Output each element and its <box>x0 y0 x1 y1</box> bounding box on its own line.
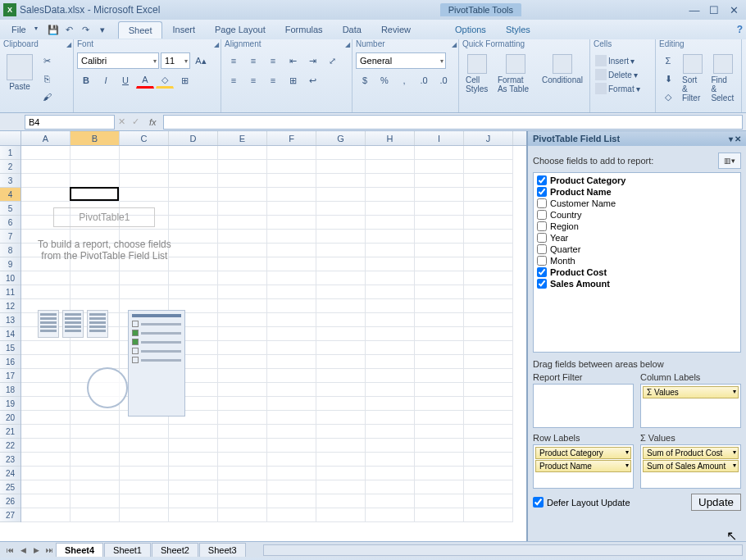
field-list-item[interactable]: Sales Amount <box>535 278 739 289</box>
sort-filter-button[interactable]: Sort & Filter <box>679 52 706 104</box>
font-size-combo[interactable]: 11 <box>161 52 190 69</box>
row-header[interactable]: 7 <box>0 230 20 244</box>
align-center-icon[interactable]: ≡ <box>244 72 262 89</box>
tab-nav-prev-icon[interactable]: ◀ <box>16 546 30 554</box>
tab-review[interactable]: Review <box>371 21 421 38</box>
row-header[interactable]: 9 <box>0 257 20 271</box>
field-list-item[interactable]: Year <box>535 232 739 244</box>
dialog-launcher-icon[interactable]: ◢ <box>452 41 457 48</box>
row-header[interactable]: 19 <box>0 397 20 411</box>
row-header[interactable]: 11 <box>0 285 20 299</box>
tab-data[interactable]: Data <box>333 21 371 38</box>
italic-button[interactable]: I <box>97 72 115 89</box>
cut-icon[interactable]: ✂ <box>38 52 56 69</box>
undo-icon[interactable]: ↶ <box>62 22 77 37</box>
tab-nav-next-icon[interactable]: ▶ <box>30 546 43 554</box>
field-checkbox[interactable] <box>537 198 547 208</box>
save-icon[interactable]: 💾 <box>46 22 61 37</box>
field-list-item[interactable]: Product Name <box>535 186 739 198</box>
insert-cells-button[interactable]: Insert ▾ <box>594 54 636 67</box>
row-labels-area[interactable]: Product CategoryProduct Name <box>533 444 634 489</box>
area-field-chip[interactable]: Sum of Sales Amount <box>643 460 739 472</box>
field-list-dropdown-icon[interactable]: ▾ <box>729 134 733 143</box>
column-header[interactable]: D <box>169 131 218 145</box>
autosum-icon[interactable]: Σ <box>659 52 677 69</box>
qat-dropdown-icon[interactable]: ▾ <box>95 22 110 37</box>
align-top-icon[interactable]: ≡ <box>225 52 243 69</box>
copy-icon[interactable]: ⎘ <box>38 71 56 87</box>
row-header[interactable]: 15 <box>0 341 20 355</box>
dialog-launcher-icon[interactable]: ◢ <box>345 41 350 48</box>
row-header[interactable]: 8 <box>0 244 20 257</box>
borders-icon[interactable]: ⊞ <box>175 72 193 89</box>
row-header[interactable]: 13 <box>0 313 20 327</box>
sheet-tab[interactable]: Sheet2 <box>152 543 198 557</box>
column-header[interactable]: C <box>120 131 169 145</box>
format-as-table-button[interactable]: Format As Table <box>494 52 537 95</box>
column-header[interactable]: A <box>21 131 71 145</box>
cell-styles-button[interactable]: Cell Styles <box>462 52 493 95</box>
column-header[interactable]: I <box>415 131 464 145</box>
column-header[interactable]: G <box>316 131 366 145</box>
column-header[interactable]: E <box>218 131 267 145</box>
column-labels-area[interactable]: Σ Values <box>640 384 741 428</box>
decrease-decimal-icon[interactable]: .0 <box>434 72 453 89</box>
tab-nav-last-icon[interactable]: ⏭ <box>43 546 56 554</box>
worksheet-grid[interactable]: ABCDEFGHIJ 12345678910111213141516171819… <box>0 131 526 541</box>
horizontal-scrollbar[interactable] <box>263 544 743 556</box>
wrap-text-icon[interactable]: ↩ <box>303 72 321 89</box>
tab-insert[interactable]: Insert <box>162 21 205 38</box>
row-header[interactable]: 22 <box>0 439 20 453</box>
row-header[interactable]: 20 <box>0 411 20 425</box>
align-middle-icon[interactable]: ≡ <box>244 52 262 69</box>
row-header[interactable]: 12 <box>0 299 20 313</box>
field-checkbox[interactable] <box>537 175 547 185</box>
field-checkbox[interactable] <box>537 256 547 266</box>
row-header[interactable]: 14 <box>0 327 20 341</box>
tab-options[interactable]: Options <box>445 21 496 38</box>
field-list-close-icon[interactable]: ✕ <box>735 134 741 143</box>
tab-formulas[interactable]: Formulas <box>275 21 333 38</box>
clear-icon[interactable]: ◇ <box>659 89 677 105</box>
row-header[interactable]: 27 <box>0 508 20 522</box>
font-name-combo[interactable]: Calibri <box>77 52 159 69</box>
conditional-formatting-button[interactable]: Conditional <box>539 52 586 86</box>
area-field-chip[interactable]: Product Name <box>535 460 631 472</box>
orientation-icon[interactable]: ⤢ <box>323 52 341 69</box>
decrease-indent-icon[interactable]: ⇤ <box>284 52 302 69</box>
row-header[interactable]: 23 <box>0 453 20 467</box>
field-list-layout-button[interactable]: ▥▾ <box>718 153 741 169</box>
format-cells-button[interactable]: Format ▾ <box>594 82 642 95</box>
row-header[interactable]: 1 <box>0 146 20 160</box>
fx-button[interactable]: fx <box>149 117 157 127</box>
row-header[interactable]: 6 <box>0 216 20 230</box>
defer-update-checkbox[interactable] <box>533 497 544 508</box>
underline-button[interactable]: U <box>116 72 134 89</box>
field-list-item[interactable]: Region <box>535 221 739 232</box>
align-bottom-icon[interactable]: ≡ <box>264 52 282 69</box>
update-button[interactable]: Update <box>691 494 741 511</box>
field-list-item[interactable]: Month <box>535 255 739 266</box>
font-color-icon[interactable]: A <box>136 72 154 89</box>
row-header[interactable]: 3 <box>0 174 20 188</box>
row-header[interactable]: 4 <box>0 188 20 202</box>
number-format-combo[interactable]: General <box>356 52 446 69</box>
currency-icon[interactable]: $ <box>356 72 374 89</box>
row-header[interactable]: 5 <box>0 202 20 216</box>
name-box[interactable]: B4 <box>25 115 115 130</box>
field-checkbox[interactable] <box>537 267 547 277</box>
close-button[interactable]: ✕ <box>725 3 743 16</box>
sheet-tab[interactable]: Sheet4 <box>56 543 103 557</box>
redo-icon[interactable]: ↷ <box>79 22 93 37</box>
formula-input[interactable] <box>163 115 743 130</box>
row-header[interactable]: 24 <box>0 467 20 480</box>
field-list-item[interactable]: Customer Name <box>535 198 739 209</box>
field-checkbox[interactable] <box>537 187 547 197</box>
sheet-tab[interactable]: Sheet1 <box>104 543 151 557</box>
file-menu[interactable]: File <box>3 22 41 37</box>
tab-styles[interactable]: Styles <box>496 21 540 38</box>
percent-icon[interactable]: % <box>375 72 393 89</box>
format-painter-icon[interactable]: 🖌 <box>38 89 56 105</box>
tab-sheet[interactable]: Sheet <box>118 21 163 39</box>
column-header[interactable]: F <box>267 131 316 145</box>
